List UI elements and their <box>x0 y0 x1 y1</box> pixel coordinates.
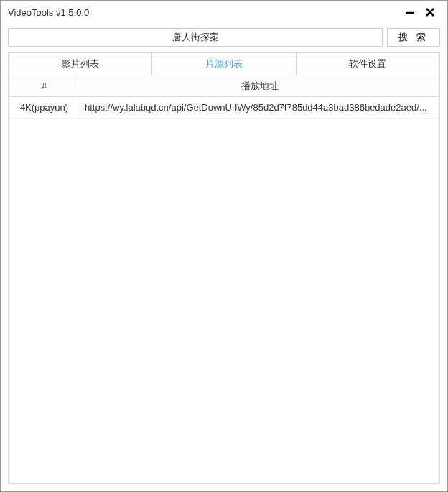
table-body: 4K(ppayun) https://wy.lalabqd.cn/api/Get… <box>9 97 439 483</box>
minimize-button[interactable] <box>400 2 420 22</box>
table-container: # 播放地址 4K(ppayun) https://wy.lalabqd.cn/… <box>8 75 440 484</box>
tabs: 影片列表 片源列表 软件设置 <box>8 52 440 75</box>
window-title: VideoTools v1.5.0.0 <box>8 7 400 18</box>
cell-url: https://wy.lalabqd.cn/api/GetDownUrlWy/8… <box>80 97 439 118</box>
tab-movie-list[interactable]: 影片列表 <box>9 53 152 75</box>
search-input[interactable] <box>8 28 383 47</box>
search-button[interactable]: 搜 索 <box>387 28 440 47</box>
table-header: # 播放地址 <box>9 75 439 97</box>
tab-source-list[interactable]: 片源列表 <box>152 53 296 75</box>
column-header-id[interactable]: # <box>9 75 80 96</box>
tab-settings[interactable]: 软件设置 <box>297 53 439 75</box>
column-header-url[interactable]: 播放地址 <box>80 75 439 96</box>
minimize-icon <box>405 4 415 14</box>
table-row[interactable]: 4K(ppayun) https://wy.lalabqd.cn/api/Get… <box>9 97 439 119</box>
close-icon <box>425 7 435 17</box>
cell-id: 4K(ppayun) <box>9 97 80 118</box>
close-button[interactable] <box>420 2 440 22</box>
search-row: 搜 索 <box>8 28 440 47</box>
titlebar: VideoTools v1.5.0.0 <box>1 1 447 24</box>
content-area: 搜 索 影片列表 片源列表 软件设置 # 播放地址 4K(ppayun) htt… <box>1 24 447 491</box>
